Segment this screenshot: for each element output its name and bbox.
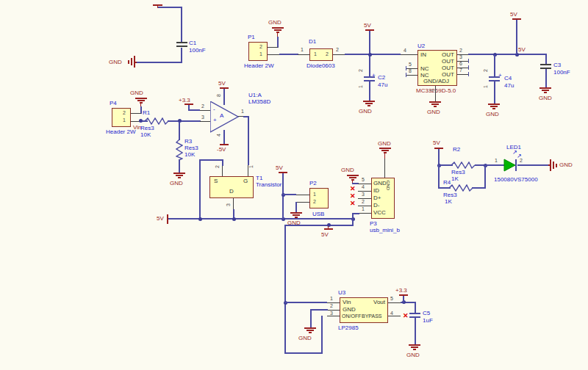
wire: [137, 62, 182, 63]
p2-pin1: 1: [313, 192, 316, 197]
net-label-5v[interactable]: 5V: [518, 46, 526, 53]
p4-connector[interactable]: [112, 108, 131, 127]
pin-stub: [327, 302, 340, 303]
gnd-symbol-icon[interactable]: [550, 159, 551, 171]
r2-ref: R2: [453, 146, 460, 153]
gnd-symbol-icon[interactable]: [135, 98, 147, 99]
pin-stub: [200, 110, 210, 111]
p1-value: Header 2W: [244, 62, 273, 69]
p2-connector[interactable]: [309, 188, 329, 208]
wire: [545, 55, 547, 64]
p1-connector[interactable]: [248, 42, 268, 61]
t1-g: G: [243, 178, 248, 184]
gnd-bar: [274, 29, 282, 31]
power-bar-icon[interactable]: [220, 144, 229, 145]
c3-value: 100nF: [553, 69, 570, 76]
gnd-symbol-icon[interactable]: [379, 148, 391, 149]
u2-name-gnd: GND/ADJ: [423, 78, 449, 84]
pin-stub: [358, 184, 371, 184]
pin-stub: [268, 54, 279, 55]
r3-resistor[interactable]: [176, 139, 183, 160]
p1-ref: P1: [248, 34, 255, 40]
wire: [415, 318, 416, 344]
u2-num-gnd: 1: [429, 89, 434, 92]
gnd-symbol-icon[interactable]: [539, 87, 551, 89]
gnd-symbol-icon[interactable]: [429, 101, 441, 103]
r1-lib: Res3: [140, 125, 154, 131]
r4-resistor[interactable]: [449, 184, 473, 192]
p1-pin2: 2: [259, 44, 262, 50]
p3-name-dm: D-: [373, 202, 379, 208]
gnd-label: GND: [486, 111, 499, 117]
gnd-label: GND: [170, 180, 183, 186]
gnd-bar: [413, 349, 416, 350]
no-connect-icon: ✕: [350, 200, 356, 207]
led1-value: 150080VS75000: [494, 176, 538, 183]
gnd-symbol-icon[interactable]: [488, 104, 500, 105]
p3-name-dp: D+: [373, 195, 381, 201]
capacitor-plate[interactable]: [409, 313, 420, 314]
gnd-label: GND: [359, 108, 372, 115]
p3-name-id: ID: [373, 187, 379, 194]
schematic-canvas[interactable]: C1 100nF GND GND P1 2 1 Header 2W 1 D1 1…: [0, 0, 588, 370]
no-connect-icon: ✕: [350, 193, 356, 200]
d1-diode[interactable]: [309, 48, 333, 61]
power-bar-icon[interactable]: [399, 294, 408, 296]
gnd-symbol-icon[interactable]: [409, 344, 420, 346]
wire: [284, 352, 323, 354]
gnd-symbol-icon[interactable]: [290, 212, 302, 214]
gnd-bar: [544, 92, 547, 93]
u1-pin-vcc-num: 8: [216, 94, 222, 97]
v33-label: +3.3: [395, 287, 407, 294]
u3-name-vout: Vout: [366, 299, 385, 305]
r1-resistor[interactable]: [145, 117, 168, 125]
gnd-label: GND: [341, 167, 354, 173]
t1-s: S: [214, 178, 218, 184]
pin-stub: [435, 86, 436, 101]
r1-ref: R1: [143, 109, 150, 116]
u2-name-out2: OUT: [440, 58, 454, 65]
u3-num-bypass: 4: [390, 311, 393, 316]
wire: [223, 130, 225, 145]
vn5-label: -5V: [217, 146, 226, 153]
r2-resistor[interactable]: [451, 162, 475, 169]
pin-stub: [222, 165, 223, 176]
u2-num-out3: 6: [459, 61, 462, 67]
gnd-label: GND: [268, 19, 282, 26]
wire: [345, 54, 401, 55]
junction-dot: [198, 217, 202, 221]
gnd-symbol-icon[interactable]: [272, 27, 284, 29]
capacitor-plate[interactable]: [176, 42, 187, 43]
c2-polarity: +: [372, 72, 376, 79]
led1-pin2-num: 2: [520, 158, 523, 164]
wire: [277, 37, 279, 48]
u2-num-out2: 3: [459, 54, 462, 60]
u2-value: MC33269D-5.0: [416, 87, 456, 94]
wire: [517, 164, 548, 166]
capacitor-plate[interactable]: [176, 46, 187, 47]
led1-led[interactable]: [503, 158, 519, 173]
pin-stub: [296, 202, 309, 203]
wire: [468, 54, 547, 55]
gnd-symbol-icon[interactable]: [173, 173, 185, 174]
junction-dot: [139, 119, 143, 123]
capacitor-plate[interactable]: [540, 64, 551, 65]
v33-label: +3.3: [179, 97, 190, 104]
t1-num-g: 1: [248, 165, 254, 168]
pin-stub: [457, 74, 469, 75]
r3-lib: Res3: [184, 145, 198, 151]
c2-ref: C2: [378, 74, 385, 81]
power-bar-icon[interactable]: [324, 228, 333, 230]
c4-polarity: +: [498, 72, 502, 79]
u2-num-out4: 7: [459, 68, 462, 73]
gnd-symbol-icon[interactable]: [347, 175, 359, 176]
no-connect-icon: ✕: [350, 186, 356, 192]
pin-tick: [468, 59, 469, 63]
gnd-symbol-icon[interactable]: [363, 101, 375, 102]
c2-value: 47u: [378, 81, 387, 88]
u2-name-nc: NC: [420, 65, 429, 72]
r4-lib: Res3: [443, 192, 457, 198]
u2-num-nc1: 5: [409, 62, 412, 68]
d1-ref: D1: [309, 38, 316, 45]
gnd-symbol-icon[interactable]: [304, 327, 316, 329]
